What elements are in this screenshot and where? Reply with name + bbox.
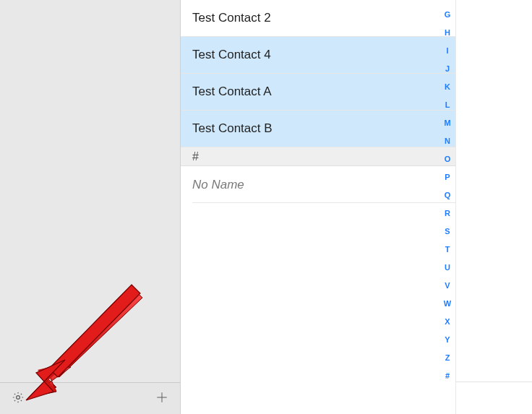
groups-area (0, 0, 180, 382)
index-letter[interactable]: L (445, 96, 450, 114)
index-letter[interactable]: T (445, 241, 450, 259)
index-letter[interactable]: U (445, 259, 450, 277)
index-letter[interactable]: M (444, 114, 450, 132)
index-letter[interactable]: Q (445, 186, 451, 204)
contact-row-no-name[interactable]: No Name (181, 166, 455, 203)
index-letter[interactable]: X (445, 313, 450, 331)
contact-name: Test Contact 4 (192, 48, 271, 62)
contact-row[interactable]: Test Contact 4 (181, 37, 455, 74)
settings-button[interactable] (10, 391, 26, 407)
index-letter[interactable]: H (445, 24, 450, 42)
app-root: Test Contact 2 Test Contact 4 Test Conta… (0, 0, 532, 414)
index-letter[interactable]: O (445, 150, 451, 168)
section-header-label: # (192, 150, 199, 163)
svg-point-0 (17, 395, 20, 399)
divider (456, 381, 532, 382)
contact-row[interactable]: Test Contact 2 (181, 0, 455, 37)
section-header: # (181, 147, 455, 166)
contact-name: Test Contact 2 (192, 11, 271, 25)
index-letter[interactable]: P (445, 168, 450, 186)
contact-row[interactable]: Test Contact B (181, 111, 455, 147)
index-letter[interactable]: R (445, 204, 450, 223)
index-letter[interactable]: G (445, 6, 451, 24)
plus-icon (155, 391, 168, 407)
index-letter[interactable]: I (446, 42, 448, 60)
index-letter[interactable]: W (444, 295, 451, 313)
contact-list: Test Contact 2 Test Contact 4 Test Conta… (181, 0, 455, 414)
contact-name: Test Contact A (192, 85, 272, 99)
add-button[interactable] (154, 391, 170, 407)
contact-row[interactable]: Test Contact A (181, 74, 455, 111)
index-letter[interactable]: J (445, 60, 450, 78)
index-letter[interactable]: S (445, 223, 450, 241)
index-letter[interactable]: # (445, 367, 450, 385)
index-letter[interactable]: K (445, 78, 450, 96)
index-letter[interactable]: N (445, 132, 450, 150)
contact-name: Test Contact B (192, 121, 273, 136)
alphabet-index: G H I J K L M N O P Q R S T U V W X Y Z … (439, 0, 455, 385)
index-letter[interactable]: Z (445, 349, 450, 367)
detail-pane (455, 0, 532, 414)
index-letter[interactable]: V (445, 277, 450, 295)
index-letter[interactable]: Y (445, 331, 450, 349)
contact-name: No Name (192, 178, 244, 192)
sidebar-toolbar (0, 382, 180, 414)
contacts-list-pane: Test Contact 2 Test Contact 4 Test Conta… (181, 0, 455, 414)
groups-sidebar (0, 0, 181, 414)
gear-icon (12, 391, 25, 407)
